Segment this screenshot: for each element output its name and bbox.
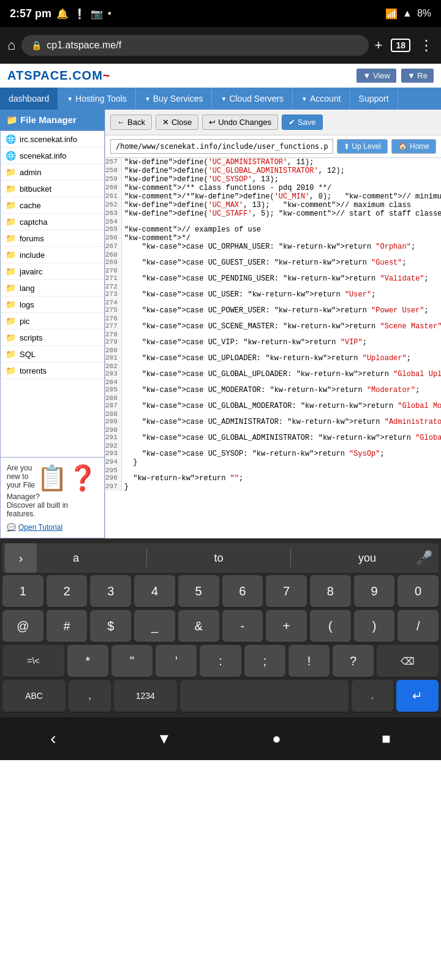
key-4[interactable]: 4 (134, 575, 175, 607)
key-backspace[interactable]: ⌫ (377, 645, 439, 677)
sidebar-item-captcha[interactable]: 📁 captcha (1, 214, 104, 230)
key-1234[interactable]: 1234 (114, 680, 177, 712)
key-lparen[interactable]: ( (310, 610, 351, 642)
nav-item-dashboard[interactable]: dashboard (0, 88, 58, 110)
code-line: 284 (105, 379, 441, 386)
line-code (121, 467, 441, 474)
key-3[interactable]: 3 (90, 575, 131, 607)
nav-square-button[interactable]: ■ (382, 730, 391, 747)
key-1[interactable]: 1 (2, 575, 43, 607)
sidebar-item-sql[interactable]: 📁 SQL (1, 346, 104, 363)
sidebar-item-bitbucket[interactable]: 📁 bitbucket (1, 181, 104, 197)
key-9[interactable]: 9 (354, 575, 395, 607)
menu-button[interactable]: ⋮ (419, 37, 434, 54)
close-button[interactable]: ✕ Close (156, 115, 198, 130)
key-7[interactable]: 7 (266, 575, 307, 607)
key-6[interactable]: 6 (222, 575, 263, 607)
bottom-nav: ‹ ▼ ● ■ (0, 717, 441, 760)
sidebar-title: 📁 File Manager (0, 110, 105, 130)
line-code (121, 426, 441, 434)
url-bar[interactable]: 🔒 cp1.atspace.me/f (21, 35, 368, 56)
key-plus[interactable]: + (266, 610, 307, 642)
key-question[interactable]: ? (333, 645, 374, 677)
sidebar-item-include[interactable]: 📁 include (1, 247, 104, 263)
line-code: "kw-comment">*/ (121, 234, 441, 243)
sidebar-item-forums[interactable]: 📁 forums (1, 230, 104, 247)
browser-bar: ⌂ 🔒 cp1.atspace.me/f + 18 ⋮ (0, 27, 441, 64)
sidebar-item-torrents[interactable]: 📁 torrents (1, 363, 104, 379)
save-button[interactable]: ✔ Save (282, 115, 323, 130)
nav-item-account[interactable]: ▼ Account (293, 88, 350, 110)
key-at[interactable]: @ (2, 610, 43, 642)
line-number: 276 (105, 315, 121, 322)
key-asterisk[interactable]: * (67, 645, 108, 677)
key-quote-double[interactable]: " (111, 645, 153, 677)
home-button[interactable]: ⌂ (7, 37, 15, 53)
sidebar-item-javairc[interactable]: 📁 javairc (1, 263, 104, 280)
re-button[interactable]: ▼ Re (401, 69, 434, 83)
nav-circle-button[interactable]: ● (272, 730, 281, 747)
back-button[interactable]: ← Back (110, 115, 152, 130)
sidebar-item-cache[interactable]: 📁 cache (1, 197, 104, 214)
code-line: 263"kw-define">define('UC_STAFF', 5); "k… (105, 209, 441, 218)
open-tutorial-link[interactable]: 💬 Open Tutorial (7, 523, 62, 532)
key-exclamation[interactable]: ! (288, 645, 330, 677)
nav-label-dashboard: dashboard (9, 94, 49, 104)
mic-button[interactable]: 🎤 (416, 550, 432, 566)
key-colon[interactable]: : (200, 645, 241, 677)
key-enter[interactable]: ↵ (396, 680, 439, 712)
alert-icon: ❕ (74, 8, 86, 20)
code-line: 290 (105, 426, 441, 434)
suggestion-a[interactable]: a (73, 552, 79, 565)
key-period[interactable]: . (352, 680, 394, 712)
undo-button[interactable]: ↩ Undo Changes (202, 115, 278, 130)
key-underscore[interactable]: _ (134, 610, 175, 642)
key-quote-single[interactable]: ' (156, 645, 197, 677)
sidebar-item-pic[interactable]: 📁 pic (1, 313, 104, 330)
home-dir-button[interactable]: 🏠 Home (391, 139, 436, 154)
nav-triangle-button[interactable]: ▼ (157, 730, 172, 747)
nav-label-buy-services: Buy Services (153, 94, 203, 104)
key-slash[interactable]: / (398, 610, 439, 642)
key-0[interactable]: 0 (398, 575, 439, 607)
suggestion-you[interactable]: you (358, 552, 376, 565)
open-tutorial-label: Open Tutorial (18, 523, 62, 532)
sidebar-item-logs[interactable]: 📁 logs (1, 296, 104, 313)
view-button[interactable]: ▼ View (356, 69, 396, 83)
nav-item-cloud-servers[interactable]: ▼ Cloud Servers (212, 88, 293, 110)
key-8[interactable]: 8 (310, 575, 351, 607)
key-semicolon[interactable]: ; (244, 645, 285, 677)
code-area[interactable]: 257"kw-define">define('UC_ADMINISTRATOR'… (105, 158, 441, 538)
line-code: "kw-case">case UC_GUEST_USER: "kw-return… (121, 258, 441, 267)
key-dollar[interactable]: $ (90, 610, 131, 642)
key-minus[interactable]: - (222, 610, 263, 642)
key-symbols-switch[interactable]: =\< (2, 645, 64, 677)
code-line: 269 "kw-case">case UC_GUEST_USER: "kw-re… (105, 258, 441, 267)
key-rparen[interactable]: ) (354, 610, 395, 642)
nav-item-buy-services[interactable]: ▼ Buy Services (136, 88, 213, 110)
key-5[interactable]: 5 (178, 575, 219, 607)
keyboard-expand-button[interactable]: › (5, 543, 37, 573)
sidebar-item-irc[interactable]: 🌐 irc.scenekat.info (1, 131, 104, 148)
suggestion-to[interactable]: to (214, 552, 223, 565)
key-2[interactable]: 2 (47, 575, 88, 607)
new-tab-button[interactable]: + (375, 37, 383, 53)
key-ampersand[interactable]: & (178, 610, 219, 642)
key-space[interactable] (180, 680, 349, 712)
line-number: 280 (105, 347, 121, 354)
nav-back-button[interactable]: ‹ (50, 729, 56, 748)
sidebar-label-bitbucket: bitbucket (20, 184, 51, 194)
sidebar-item-scripts[interactable]: 📁 scripts (1, 330, 104, 346)
key-comma[interactable]: , (69, 680, 111, 712)
nav-item-hosting-tools[interactable]: ▼ Hosting Tools (58, 88, 136, 110)
key-hash[interactable]: # (47, 610, 88, 642)
nav-item-support[interactable]: Support (350, 88, 398, 110)
key-abc[interactable]: ABC (2, 680, 66, 712)
sidebar-item-admin[interactable]: 📁 admin (1, 164, 104, 181)
sidebar-item-scenekat[interactable]: 🌐 scenekat.info (1, 148, 104, 164)
tab-count[interactable]: 18 (391, 39, 410, 52)
line-code (121, 363, 441, 370)
up-level-button[interactable]: ⬆ Up Level (337, 139, 388, 154)
path-input[interactable] (110, 139, 333, 154)
sidebar-item-lang[interactable]: 📁 lang (1, 280, 104, 296)
